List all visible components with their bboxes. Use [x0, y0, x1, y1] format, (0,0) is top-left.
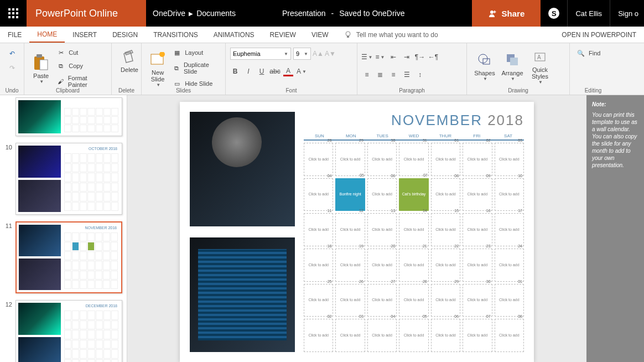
open-in-powerpoint[interactable]: OPEN IN POWERPOINT [554, 27, 644, 43]
calendar-cell[interactable]: 02Click to add [304, 319, 333, 352]
rtl-button[interactable]: ←¶ [428, 52, 438, 62]
skype-button[interactable]: S [541, 0, 567, 27]
calendar-cell[interactable]: 29Click to add [431, 284, 460, 317]
calendar-cell[interactable]: 29Click to add [335, 143, 365, 176]
calendar-cell[interactable]: 30Click to add [367, 143, 397, 176]
justify-button[interactable]: ☰ [402, 70, 412, 80]
document-name[interactable]: Presentation [282, 9, 326, 18]
calendar-cell[interactable]: 05Bonfire night [335, 178, 365, 211]
calendar-cell[interactable]: 20Click to add [367, 249, 397, 282]
calendar-cell[interactable]: 31Click to add [399, 143, 428, 176]
new-slide-button[interactable]: New Slide ▼ [146, 45, 169, 90]
breadcrumb-onedrive[interactable]: OneDrive [153, 9, 185, 18]
ltr-button[interactable]: ¶→ [415, 52, 425, 62]
calendar-cell[interactable]: 03Click to add [335, 319, 365, 352]
bullets-button[interactable]: ☰▼ [362, 52, 372, 62]
calendar-cell[interactable]: 15Click to add [431, 213, 460, 246]
font-name-combo[interactable]: Euphemia▼ [230, 48, 291, 60]
find-button[interactable]: 🔍Find [574, 45, 612, 59]
app-launcher-icon[interactable] [0, 0, 27, 27]
calendar-cell[interactable]: 06Click to add [367, 178, 397, 211]
font-size-combo[interactable]: 9▼ [293, 48, 311, 60]
calendar-cell[interactable]: 01Click to add [495, 284, 524, 317]
calendar-cell[interactable]: 10Click to add [495, 178, 524, 211]
calendar-cell[interactable]: 30Click to add [463, 284, 492, 317]
calendar-cell[interactable]: 02Click to add [463, 143, 492, 176]
user-name[interactable]: Cat Ellis [567, 0, 610, 27]
calendar-cell[interactable]: 11Click to add [304, 213, 333, 246]
slide-image-bottom[interactable] [190, 237, 295, 352]
tab-animations[interactable]: ANIMATIONS [206, 27, 262, 43]
italic-button[interactable]: I [243, 66, 253, 76]
shapes-button[interactable]: Shapes▼ [471, 45, 498, 85]
align-right-button[interactable]: ≡ [388, 70, 398, 80]
line-spacing-button[interactable]: ↕ [415, 70, 425, 80]
tab-home[interactable]: HOME [29, 27, 65, 43]
slide-canvas[interactable]: NOVEMBER 2018 SUNMONTUESWEDTHURFRISAT 28… [180, 102, 534, 362]
arrange-button[interactable]: Arrange▼ [499, 45, 526, 85]
calendar-cell[interactable]: 08Click to add [495, 319, 524, 352]
calendar-cell[interactable]: 09Click to add [463, 178, 492, 211]
calendar-cell[interactable]: 04Click to add [304, 178, 333, 211]
tab-file[interactable]: FILE [0, 27, 29, 43]
calendar-cell[interactable]: 22Click to add [431, 249, 460, 282]
calendar-cell[interactable]: 18Click to add [304, 249, 333, 282]
calendar-cell[interactable]: 17Click to add [495, 213, 524, 246]
shrink-font-button[interactable]: A▼ [325, 49, 335, 59]
calendar-cell[interactable]: 27Click to add [367, 284, 397, 317]
strike-button[interactable]: abc [270, 66, 280, 76]
calendar-cell[interactable]: 19Click to add [335, 249, 365, 282]
align-center-button[interactable]: ≣ [375, 70, 385, 80]
copy-button[interactable]: ⧉Copy [54, 60, 107, 72]
tell-me-search[interactable]: Tell me what you want to do [336, 27, 446, 43]
calendar-cell[interactable]: 03Click to add [495, 143, 524, 176]
indent-button[interactable]: ⇥ [402, 52, 412, 62]
calendar-cell[interactable]: 01Click to add [431, 143, 460, 176]
slide-thumb-10[interactable]: OCTOBER 2018 [15, 143, 122, 215]
breadcrumb-documents[interactable]: Documents [196, 9, 236, 18]
delete-button[interactable]: Delete [116, 45, 143, 73]
calendar-cell[interactable]: 05Click to add [399, 319, 428, 352]
paste-button[interactable]: Paste ▼ [29, 45, 53, 90]
calendar-cell[interactable]: 07Cat's birthday [399, 178, 428, 211]
outdent-button[interactable]: ⇤ [388, 52, 398, 62]
bold-button[interactable]: B [230, 66, 240, 76]
calendar-cell[interactable]: 13Click to add [367, 213, 397, 246]
grow-font-button[interactable]: A▲ [313, 49, 323, 59]
calendar-title[interactable]: NOVEMBER 2018 [304, 112, 524, 129]
highlight-button[interactable]: A▼ [297, 66, 307, 76]
share-button[interactable]: Share [472, 0, 541, 27]
slide-image-top[interactable] [190, 112, 295, 226]
tab-insert[interactable]: INSERT [65, 27, 105, 43]
calendar-cell[interactable]: 06Click to add [431, 319, 460, 352]
align-left-button[interactable]: ≡ [362, 70, 372, 80]
calendar-cell[interactable]: 26Click to add [335, 284, 365, 317]
slide-thumb-11-selected[interactable]: NOVEMBER 2018 [15, 221, 122, 293]
tab-design[interactable]: DESIGN [105, 27, 146, 43]
tab-view[interactable]: VIEW [304, 27, 336, 43]
sign-in-out[interactable]: Sign o [610, 0, 644, 27]
calendar-cell[interactable]: 23Click to add [463, 249, 492, 282]
calendar-cell[interactable]: 14Click to add [399, 213, 428, 246]
breadcrumb[interactable]: OneDrive ▶ Documents [146, 0, 242, 27]
calendar-cell[interactable]: 16Click to add [463, 213, 492, 246]
slide-thumbnails-panel[interactable]: 10 OCTOBER 2018 11 NOVEMBER 2018 12 DECE… [0, 95, 127, 362]
calendar-cell[interactable]: 04Click to add [367, 319, 397, 352]
calendar-cell[interactable]: 24Click to add [495, 249, 524, 282]
calendar-cell[interactable]: 28Click to add [304, 143, 333, 176]
slide-canvas-area[interactable]: NOVEMBER 2018 SUNMONTUESWEDTHURFRISAT 28… [127, 95, 586, 362]
quick-styles-button[interactable]: AQuick Styles▼ [527, 45, 553, 85]
slide-thumb-9[interactable] [15, 97, 122, 136]
calendar-cell[interactable]: 21Click to add [399, 249, 428, 282]
calendar-cell[interactable]: 08Click to add [431, 178, 460, 211]
layout-button[interactable]: ▦Layout [170, 46, 221, 59]
calendar-cell[interactable]: 28Click to add [399, 284, 428, 317]
slide-thumb-12[interactable]: DECEMBER 2018 [15, 300, 122, 362]
calendar-cell[interactable]: 07Click to add [463, 319, 492, 352]
undo-button[interactable]: ↶ [7, 49, 17, 59]
cut-button[interactable]: ✂Cut [54, 46, 107, 59]
font-color-button[interactable]: A [283, 66, 293, 76]
calendar-cell[interactable]: 12Click to add [335, 213, 365, 246]
tab-review[interactable]: REVIEW [262, 27, 304, 43]
underline-button[interactable]: U [257, 66, 267, 76]
